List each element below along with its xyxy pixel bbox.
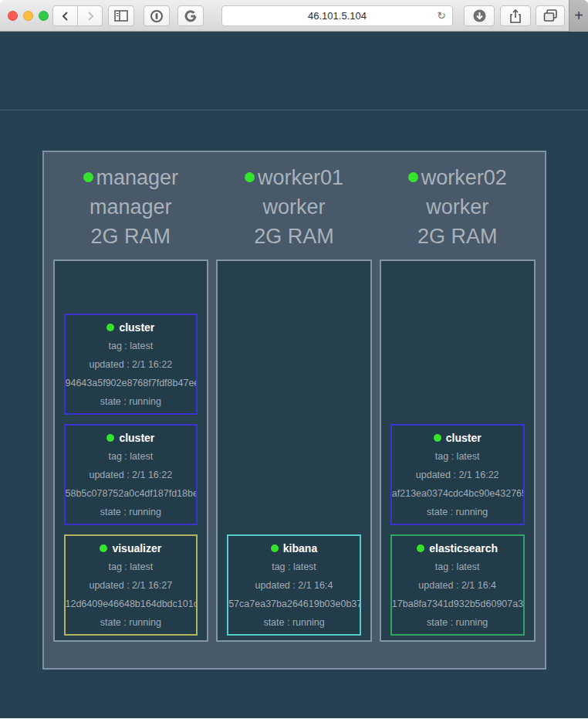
- node-body: cluster tag : latest updated : 2/1 16:22…: [53, 259, 209, 642]
- node-column-worker02: worker02 worker 2G RAM cluster tag : lat…: [380, 152, 536, 668]
- swarm-visualizer-page: manager manager 2G RAM cluster tag : lat…: [0, 32, 588, 718]
- container-tag: tag : latest: [66, 558, 197, 576]
- container-card-cluster: cluster tag : latest updated : 2/1 16:22…: [64, 424, 198, 525]
- container-updated: updated : 2/1 16:27: [66, 576, 197, 595]
- onepassword-extension-button[interactable]: [144, 5, 170, 26]
- container-updated: updated : 2/1 16:22: [392, 466, 523, 484]
- node-body: cluster tag : latest updated : 2/1 16:22…: [380, 259, 536, 642]
- container-tag: tag : latest: [66, 447, 197, 466]
- forward-button[interactable]: [77, 5, 103, 26]
- browser-toolbar: 46.101.5.104 ↻ +: [0, 0, 588, 32]
- container-title: cluster: [66, 318, 197, 337]
- share-button[interactable]: [500, 5, 531, 26]
- forward-icon: [84, 10, 96, 22]
- downloads-button[interactable]: [464, 5, 495, 26]
- share-icon: [509, 8, 522, 24]
- container-card-elasticsearch: elasticsearch tag : latest updated : 2/1…: [390, 534, 525, 636]
- container-status-icon: [417, 544, 424, 552]
- container-tag: tag : latest: [66, 337, 197, 355]
- container-state: state : running: [392, 503, 523, 521]
- minimize-window-button[interactable]: [23, 11, 33, 21]
- container-title: visualizer: [66, 539, 197, 558]
- page-header-band: [0, 32, 588, 110]
- zoom-window-button[interactable]: [39, 11, 49, 21]
- nodes-panel: manager manager 2G RAM cluster tag : lat…: [42, 151, 546, 670]
- container-tag: tag : latest: [392, 447, 523, 466]
- node-role: manager: [53, 192, 209, 222]
- container-card-kibana: kibana tag : latest updated : 2/1 16:4 5…: [227, 534, 361, 636]
- node-name: worker02: [421, 166, 507, 189]
- download-icon: [472, 8, 487, 23]
- container-card-visualizer: visualizer tag : latest updated : 2/1 16…: [64, 534, 198, 636]
- sidebar-icon: [114, 10, 128, 22]
- container-state: state : running: [392, 613, 523, 632]
- container-status-icon: [106, 434, 114, 442]
- container-card-cluster: cluster tag : latest updated : 2/1 16:22…: [64, 314, 198, 415]
- keyhole-circle-icon: [150, 9, 164, 23]
- back-icon: [59, 10, 72, 22]
- node-status-icon: [245, 172, 255, 182]
- node-role: worker: [380, 192, 536, 222]
- node-header: manager manager 2G RAM: [53, 152, 209, 259]
- tab-overview-button[interactable]: [536, 5, 565, 26]
- container-updated: updated : 2/1 16:22: [66, 355, 197, 374]
- container-state: state : running: [66, 392, 197, 411]
- container-status-icon: [100, 544, 107, 552]
- container-state: state : running: [228, 613, 360, 632]
- container-status-icon: [434, 434, 441, 442]
- node-status-icon: [408, 172, 418, 182]
- new-tab-button[interactable]: +: [569, 0, 588, 32]
- g-circle-icon: [184, 9, 198, 23]
- node-ram: 2G RAM: [53, 222, 209, 251]
- container-status-icon: [271, 544, 279, 552]
- node-ram: 2G RAM: [216, 222, 372, 251]
- reload-icon[interactable]: ↻: [437, 9, 446, 22]
- tabs-icon: [543, 9, 558, 22]
- container-title: kibana: [228, 539, 360, 558]
- container-hash: af213ea0374cdc4bc90e432765b49f5f: [392, 484, 523, 503]
- container-hash: 12d6409e46648b164dbdc101ce6d5d6: [66, 595, 197, 613]
- container-tag: tag : latest: [392, 558, 523, 576]
- node-role: worker: [216, 192, 372, 222]
- node-status-icon: [83, 172, 93, 182]
- container-hash: 57ca7ea37ba264619b03e0b37aa5295: [228, 595, 360, 613]
- container-title: cluster: [66, 429, 197, 447]
- node-name: worker01: [258, 166, 343, 189]
- container-title: elasticsearch: [392, 539, 523, 558]
- container-state: state : running: [66, 503, 197, 521]
- node-body: kibana tag : latest updated : 2/1 16:4 5…: [216, 259, 372, 642]
- close-window-button[interactable]: [8, 11, 18, 21]
- container-hash: 58b5c078752a0c4df187fd18be7bff2b: [66, 484, 197, 503]
- container-tag: tag : latest: [228, 558, 360, 576]
- back-button[interactable]: [52, 5, 78, 26]
- sidebar-button[interactable]: [108, 5, 134, 26]
- container-status-icon: [106, 324, 114, 331]
- extension-button[interactable]: [177, 5, 204, 26]
- container-updated: updated : 2/1 16:4: [392, 576, 523, 595]
- container-state: state : running: [66, 613, 197, 632]
- node-ram: 2G RAM: [380, 222, 536, 251]
- node-header: worker01 worker 2G RAM: [216, 152, 372, 259]
- container-updated: updated : 2/1 16:22: [66, 466, 197, 484]
- node-header: worker02 worker 2G RAM: [380, 152, 536, 259]
- container-card-cluster: cluster tag : latest updated : 2/1 16:22…: [390, 424, 525, 525]
- address-text: 46.101.5.104: [308, 10, 367, 22]
- node-name: manager: [96, 166, 179, 189]
- address-bar[interactable]: 46.101.5.104 ↻: [221, 5, 453, 26]
- node-column-worker01: worker01 worker 2G RAM kibana tag : late…: [216, 152, 372, 668]
- node-column-manager: manager manager 2G RAM cluster tag : lat…: [53, 152, 209, 668]
- container-title: cluster: [392, 429, 523, 447]
- container-updated: updated : 2/1 16:4: [228, 576, 360, 595]
- container-hash: 94643a5f902e8768f7fdf8b47ee58f03: [66, 374, 197, 392]
- container-hash: 17ba8fa7341d932b5d60907a3f11125: [392, 595, 523, 613]
